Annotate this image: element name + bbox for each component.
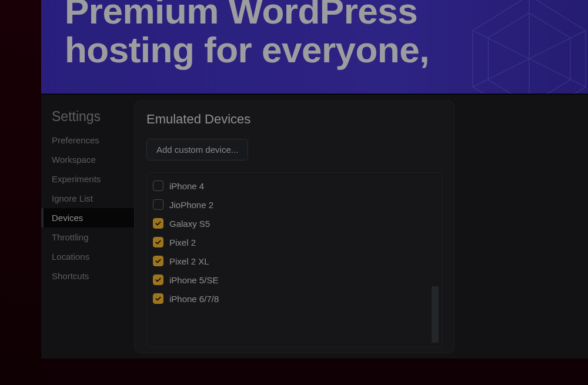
sidebar-item-shortcuts[interactable]: Shortcuts [41,266,134,286]
hero-decorative-graphic [459,0,588,94]
sidebar-item-workspace[interactable]: Workspace [41,150,134,169]
device-label: JioPhone 2 [169,200,213,210]
device-row[interactable]: JioPhone 2 [151,195,429,214]
device-checkbox[interactable] [153,218,163,229]
device-checkbox[interactable] [153,256,163,266]
scrollbar-thumb[interactable] [432,286,439,343]
device-row[interactable]: iPhone 6/7/8 [151,289,429,308]
device-checkbox[interactable] [153,274,163,285]
device-row[interactable]: iPhone 4 [151,176,429,195]
device-checkbox[interactable] [153,199,163,210]
sidebar-item-ignore-list[interactable]: Ignore List [41,189,134,208]
hero-headline: Premium WordPress hosting for everyone, [65,0,429,69]
sidebar-item-preferences[interactable]: Preferences [41,130,134,150]
device-label: iPhone 4 [169,181,204,191]
device-label: iPhone 6/7/8 [169,294,219,304]
device-list-scrollbar[interactable] [430,175,440,345]
sidebar-item-experiments[interactable]: Experiments [41,169,134,189]
device-row[interactable]: Pixel 2 XL [151,252,429,270]
device-list: iPhone 4JioPhone 2Galaxy S5Pixel 2Pixel … [146,172,442,347]
hero-line-2: hosting for everyone, [65,29,429,70]
device-row[interactable]: Pixel 2 [151,233,429,252]
content-title: Emulated Devices [146,112,442,127]
device-row[interactable]: Galaxy S5 [151,214,429,233]
device-checkbox[interactable] [153,180,163,191]
hero-banner: Premium WordPress hosting for everyone, [41,0,588,94]
settings-title: Settings [41,105,134,130]
device-checkbox[interactable] [153,293,163,304]
device-checkbox[interactable] [153,237,163,247]
device-row[interactable]: iPhone 5/SE [151,270,429,289]
devtools-settings-panel: Settings PreferencesWorkspaceExperiments… [41,94,588,359]
device-label: iPhone 5/SE [169,275,218,285]
settings-sidebar: Settings PreferencesWorkspaceExperiments… [41,95,134,359]
hero-line-1: Premium WordPress [65,0,417,31]
sidebar-item-locations[interactable]: Locations [41,247,134,266]
device-label: Pixel 2 XL [169,256,209,266]
device-label: Pixel 2 [169,237,196,247]
emulated-devices-card: Emulated Devices Add custom device... iP… [134,101,455,353]
sidebar-item-throttling[interactable]: Throttling [41,227,134,247]
device-label: Galaxy S5 [169,219,210,229]
add-custom-device-button[interactable]: Add custom device... [146,139,248,160]
sidebar-item-devices[interactable]: Devices [41,208,134,227]
window-left-gutter [0,0,41,385]
